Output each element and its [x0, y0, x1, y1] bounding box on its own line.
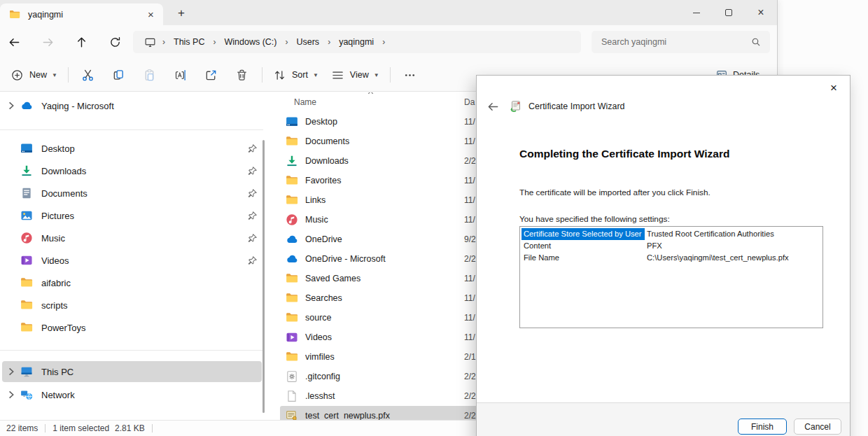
file-date-modified: 11/ [464, 215, 475, 225]
breadcrumb-item-yaqingmi[interactable]: yaqingmi [334, 36, 379, 48]
file-date-modified: 2/2 [464, 156, 476, 166]
file-date-modified: 11/ [464, 332, 475, 342]
sort-icon [273, 69, 286, 82]
more-options-button[interactable] [395, 63, 426, 87]
folder-icon [20, 276, 33, 289]
breadcrumb-chevron-icon[interactable]: › [379, 37, 388, 47]
sidebar-item-documents[interactable]: Documents [2, 183, 262, 204]
chevron-right-icon[interactable] [6, 366, 17, 377]
sidebar-item-downloads[interactable]: Downloads [2, 160, 262, 181]
chevron-right-icon[interactable] [6, 100, 17, 111]
chevron-down-icon: ▼ [374, 72, 379, 78]
folder-icon [286, 351, 298, 363]
file-name: Desktop [305, 117, 456, 127]
sidebar-item-aifabric[interactable]: aifabric [2, 272, 262, 293]
breadcrumb[interactable]: ›This PC›Windows (C:)›Users›yaqingmi› [133, 31, 581, 53]
sidebar-item-scripts[interactable]: scripts [2, 295, 262, 316]
sidebar-item-label: aifabric [41, 278, 262, 288]
file-icon [286, 390, 298, 402]
file-name: OneDrive - Microsoft [305, 254, 456, 264]
sidebar-item-music[interactable]: Music [2, 227, 262, 248]
finish-button[interactable]: Finish [738, 419, 787, 435]
status-divider [152, 424, 153, 433]
network-icon [20, 388, 33, 401]
search-input[interactable] [600, 36, 750, 48]
sidebar-item-label: Documents [41, 188, 247, 199]
sidebar-item-desktop[interactable]: Desktop [2, 138, 262, 159]
sidebar-item-this-pc[interactable]: This PC [2, 361, 262, 382]
breadcrumb-item-users[interactable]: Users [291, 36, 324, 48]
search-box[interactable] [592, 31, 770, 53]
wizard-body-text: The certificate will be imported after y… [519, 188, 710, 197]
breadcrumb-chevron-icon[interactable]: › [209, 37, 219, 47]
dialog-close-button[interactable]: × [823, 79, 844, 97]
sidebar-item-label: PowerToys [41, 323, 262, 333]
sort-button[interactable]: Sort ▼ [267, 63, 325, 87]
selection-count: 1 item selected [52, 423, 109, 433]
cut-button[interactable] [73, 63, 104, 87]
refresh-button[interactable] [104, 31, 126, 53]
view-button[interactable]: View ▼ [325, 63, 386, 87]
file-name: Videos [305, 332, 456, 342]
settings-table[interactable]: Certificate Store Selected by UserTruste… [519, 226, 823, 328]
up-button[interactable] [70, 31, 92, 53]
file-date-modified: 11/ [464, 293, 475, 303]
setting-key: File Name [522, 252, 562, 264]
tab-strip: yaqingmi × + × [0, 0, 777, 25]
close-button[interactable]: × [745, 0, 777, 25]
desktop-icon [20, 142, 33, 155]
sidebar-item-videos[interactable]: Videos [2, 250, 262, 271]
explorer-tab[interactable]: yaqingmi × [0, 3, 163, 25]
setting-row-file-name[interactable]: File NameC:\Users\yaqingmi\test_cert_new… [520, 252, 822, 264]
download-icon [20, 164, 33, 177]
pin-icon [247, 143, 258, 154]
forward-button[interactable] [36, 31, 59, 53]
back-button[interactable] [3, 31, 25, 53]
sidebar-item-label: scripts [41, 300, 262, 311]
sidebar-item-powertoys[interactable]: PowerToys [2, 317, 262, 338]
share-button[interactable] [196, 63, 227, 87]
setting-key: Content [522, 240, 554, 252]
cancel-button[interactable]: Cancel [794, 419, 841, 435]
breadcrumb-item-windows-c[interactable]: Windows (C:) [219, 36, 281, 48]
sidebar-scrollbar[interactable] [262, 140, 265, 413]
copy-button[interactable] [104, 63, 134, 87]
chevron-right-icon[interactable] [6, 389, 17, 400]
date-column-header[interactable]: Da [464, 97, 475, 107]
file-date-modified: 2/1 [464, 352, 476, 362]
item-count: 22 items [6, 423, 38, 433]
sidebar-item-pictures[interactable]: Pictures [2, 205, 262, 226]
certificate-icon [286, 409, 298, 420]
gearfile-icon [286, 370, 298, 383]
dialog-app-title: Certificate Import Wizard [528, 101, 625, 111]
dialog-back-button[interactable] [485, 99, 500, 114]
new-tab-button[interactable]: + [173, 5, 190, 22]
breadcrumb-chevron-icon[interactable]: › [324, 37, 334, 47]
file-date-modified: 11/ [464, 136, 475, 146]
file-name: OneDrive [305, 234, 456, 244]
sidebar-item-label: Desktop [41, 143, 247, 154]
breadcrumb-item-this-pc[interactable]: This PC [169, 36, 209, 48]
file-date-modified: 11/ [464, 195, 475, 205]
tab-close-icon[interactable]: × [144, 8, 158, 21]
file-date-modified: 2/2 [464, 254, 476, 264]
breadcrumb-chevron-icon[interactable]: › [159, 37, 169, 47]
file-name: Documents [305, 136, 456, 146]
rename-button[interactable] [165, 63, 196, 87]
sidebar-item-onedrive[interactable]: Yaqing - Microsoft [2, 95, 262, 116]
minimize-button[interactable] [680, 0, 713, 25]
pin-icon [247, 255, 258, 266]
folder-icon [20, 321, 33, 334]
breadcrumb-chevron-icon[interactable]: › [281, 37, 291, 47]
pin-icon [247, 166, 258, 176]
setting-row-content[interactable]: ContentPFX [520, 240, 822, 252]
maximize-button[interactable] [713, 0, 745, 25]
sidebar-item-network[interactable]: Network [2, 384, 262, 405]
file-date-modified: 2/2 [464, 372, 476, 381]
delete-button[interactable] [227, 63, 258, 87]
setting-row-certificate-store-selected-by-user[interactable]: Certificate Store Selected by UserTruste… [520, 228, 822, 240]
music-icon [286, 213, 298, 226]
new-button[interactable]: New ▼ [4, 63, 64, 87]
name-column-header[interactable]: Name [294, 97, 316, 107]
new-plus-icon [10, 69, 24, 82]
